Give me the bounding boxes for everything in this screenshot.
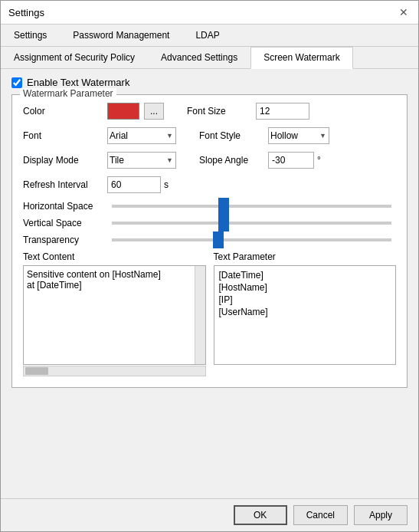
list-item[interactable]: [IP] (218, 294, 393, 306)
tab-screen-watermark[interactable]: Screen Watermark (250, 47, 353, 69)
tab-password-management[interactable]: Password Management (60, 25, 182, 46)
vertical-space-thumb[interactable] (218, 215, 229, 232)
color-swatch[interactable] (107, 103, 139, 120)
slope-angle-suffix: ° (317, 155, 321, 166)
tab-settings[interactable]: Settings (1, 25, 60, 46)
title-bar: Settings ✕ (1, 1, 418, 25)
horizontal-space-row: Horizontal Space (23, 201, 396, 212)
font-style-select[interactable]: Hollow (268, 127, 329, 144)
color-picker-button[interactable]: ... (144, 103, 164, 120)
bottom-section: Text Content Sensitive content on [HostN… (23, 251, 396, 376)
ok-button[interactable]: OK (234, 505, 287, 525)
close-button[interactable]: ✕ (397, 5, 411, 19)
window-title: Settings (8, 7, 44, 18)
transparency-label: Transparency (23, 235, 107, 245)
horizontal-space-track (112, 205, 391, 208)
footer: OK Cancel Apply (1, 498, 418, 531)
tab-assignment[interactable]: Assignment of Security Policy (1, 47, 148, 68)
vertical-space-label: Vertical Space (23, 218, 107, 228)
watermark-parameter-group: Watermark Parameter Color ... Font Size … (11, 94, 408, 388)
enable-watermark-label: Enable Text Watermark (27, 77, 129, 88)
text-content-title: Text Content (23, 251, 206, 262)
transparency-track (112, 238, 391, 241)
horizontal-space-thumb[interactable] (218, 198, 229, 215)
font-select[interactable]: Arial (107, 127, 176, 144)
slope-angle-label: Slope Angle (199, 155, 268, 166)
tab-advanced-settings[interactable]: Advanced Settings (148, 47, 250, 68)
enable-watermark-row: Enable Text Watermark (11, 77, 408, 88)
tabs-row-2: Assignment of Security Policy Advanced S… (1, 47, 418, 69)
font-size-label: Font Size (187, 106, 256, 117)
transparency-thumb[interactable] (213, 232, 224, 248)
refresh-interval-suffix: s (164, 179, 169, 190)
enable-watermark-checkbox[interactable] (11, 77, 22, 88)
cancel-button[interactable]: Cancel (293, 505, 348, 525)
text-content-textarea[interactable]: Sensitive content on [HostName] at [Date… (24, 266, 195, 364)
vertical-space-track (112, 222, 391, 225)
color-label: Color (23, 106, 107, 117)
horizontal-space-label: Horizontal Space (23, 201, 107, 212)
settings-window: Settings ✕ Settings Password Management … (0, 0, 419, 532)
tab-ldap[interactable]: LDAP (182, 25, 232, 46)
list-item[interactable]: [DateTime] (218, 269, 393, 281)
textarea-scrollbar[interactable] (195, 266, 205, 364)
text-content-wrapper: Sensitive content on [HostName] at [Date… (23, 265, 206, 365)
display-mode-select[interactable]: Tile (107, 152, 176, 169)
refresh-interval-input[interactable] (107, 176, 161, 193)
font-label: Font (23, 130, 107, 141)
displaymode-slope-row: Display Mode Tile Slope Angle ° (23, 152, 396, 169)
font-fontstyle-row: Font Arial Font Style Hollow (23, 127, 396, 144)
slope-angle-input[interactable] (268, 152, 314, 169)
apply-button[interactable]: Apply (354, 505, 408, 525)
hscroll-thumb[interactable] (25, 367, 48, 375)
color-fontsize-row: Color ... Font Size (23, 103, 396, 120)
tabs-row-1: Settings Password Management LDAP (1, 25, 418, 47)
content-area: Enable Text Watermark Watermark Paramete… (1, 69, 418, 498)
text-parameter-list[interactable]: [DateTime] [HostName] [IP] [UserName] (214, 265, 397, 365)
list-item[interactable]: [HostName] (218, 281, 393, 294)
text-parameter-title: Text Parameter (214, 251, 397, 262)
text-content-box: Text Content Sensitive content on [HostN… (23, 251, 206, 376)
font-size-input[interactable] (256, 103, 309, 120)
vertical-space-row: Vertical Space (23, 218, 396, 228)
font-style-label: Font Style (199, 130, 268, 141)
refresh-interval-row: Refresh Interval s (23, 176, 396, 193)
refresh-interval-label: Refresh Interval (23, 179, 107, 190)
text-param-box: Text Parameter [DateTime] [HostName] [IP… (214, 251, 397, 376)
display-mode-label: Display Mode (23, 155, 107, 166)
text-content-hscrollbar[interactable] (23, 366, 206, 376)
transparency-row: Transparency (23, 235, 396, 245)
group-label: Watermark Parameter (20, 88, 116, 99)
list-item[interactable]: [UserName] (218, 306, 393, 318)
